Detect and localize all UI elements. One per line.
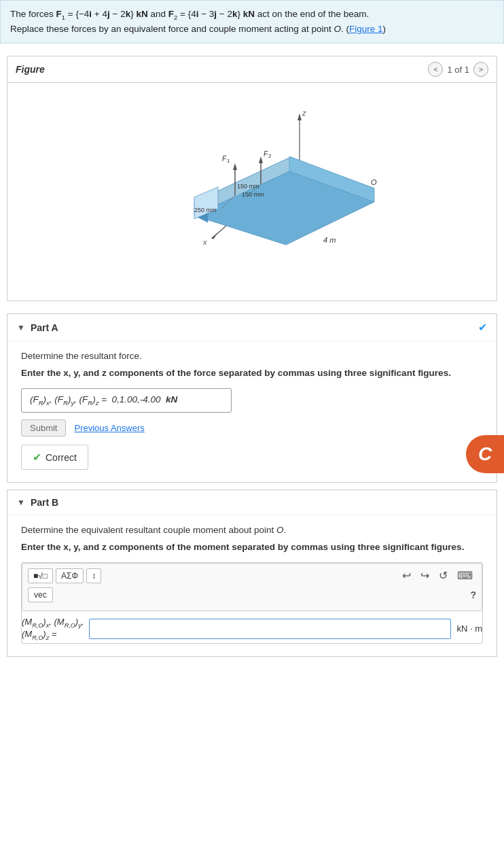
svg-marker-7 (211, 233, 218, 239)
part-a-submit-button[interactable]: Submit (21, 419, 66, 436)
part-a-prev-answers-link[interactable]: Previous Answers (74, 423, 144, 433)
symbols-button[interactable]: ΑΣΦ (56, 568, 84, 583)
svg-text:150 mm: 150 mm (242, 191, 264, 198)
chegg-logo-text: C (478, 443, 492, 465)
svg-text:z: z (302, 109, 306, 117)
figure-section: Figure < 1 of 1 > z y x (7, 56, 497, 301)
problem-text-line1: The forces F1 = {−4i + 4j − 2k} kN and F… (10, 9, 369, 19)
svg-text:2: 2 (268, 153, 272, 159)
figure-navigation: < 1 of 1 > (428, 62, 488, 77)
part-b-body: Determine the equivalent resultant coupl… (7, 515, 497, 656)
part-a-collapse-icon: ▼ (17, 323, 25, 332)
part-a-header[interactable]: ▼ Part A ✔ (7, 314, 497, 341)
redo-button[interactable]: ↪ (417, 568, 433, 583)
svg-text:O: O (371, 178, 377, 186)
figure1-link[interactable]: Figure 1 (349, 24, 383, 34)
svg-text:x: x (202, 238, 207, 246)
toolbar-row-1: ■√□ ΑΣΦ ↕ ↩ ↪ ↺ ⌨ (28, 568, 476, 583)
svg-text:1: 1 (227, 158, 230, 164)
part-a-header-left: ▼ Part A (17, 322, 58, 333)
part-a-answer-value: (FR)x, (FR)y, (FR)z = 0,1.00,-4.00 kN (30, 394, 177, 407)
vec-button[interactable]: vec (28, 587, 53, 602)
keyboard-button[interactable]: ⌨ (454, 568, 476, 583)
svg-marker-21 (259, 156, 263, 163)
beam-diagram: z y x 4 m O (89, 97, 415, 287)
figure-next-button[interactable]: > (473, 62, 488, 77)
part-b-input-row: (MR,O)x, (MR,O)y, (MR,O)z = kN · m (22, 611, 482, 643)
chegg-watermark: C (466, 435, 504, 473)
svg-text:150 mm: 150 mm (237, 183, 259, 190)
correct-label: Correct (46, 452, 77, 463)
part-a-instruction: Enter the x, y, and z components of the … (21, 366, 483, 380)
math-editor: ■√□ ΑΣΦ ↕ ↩ ↪ ↺ ⌨ vec ? (MR,O)x, (MR,O (21, 562, 483, 644)
part-b-input-label: (MR,O)x, (MR,O)y, (MR,O)z = (22, 617, 84, 640)
svg-text:F: F (264, 150, 268, 158)
svg-marker-17 (233, 163, 237, 170)
svg-text:4 m: 4 m (323, 236, 336, 244)
part-b-section: ▼ Part B Determine the equivalent result… (7, 490, 497, 657)
figure-page-indicator: 1 of 1 (447, 65, 469, 75)
part-b-instruction: Enter the x, y, and z components of the … (21, 540, 483, 554)
part-b-moment-input[interactable] (89, 619, 451, 639)
problem-statement: The forces F1 = {−4i + 4j − 2k} kN and F… (0, 0, 504, 44)
part-a-submit-row: Submit Previous Answers (21, 419, 483, 436)
part-a-body: Determine the resultant force. Enter the… (7, 341, 497, 482)
part-a-description: Determine the resultant force. (21, 351, 483, 361)
figure-header: Figure < 1 of 1 > (7, 56, 497, 83)
math-toolbar: ■√□ ΑΣΦ ↕ ↩ ↪ ↺ ⌨ vec ? (22, 563, 482, 611)
svg-marker-1 (298, 114, 302, 120)
problem-text-line2: Replace these forces by an equivalent fo… (10, 24, 386, 34)
part-b-description: Determine the equivalent resultant coupl… (21, 525, 483, 535)
figure-image-area: z y x 4 m O (7, 83, 497, 301)
part-a-check-icon: ✔ (478, 321, 487, 334)
svg-text:F: F (222, 155, 227, 162)
part-b-label: Part B (31, 497, 58, 508)
part-b-header-left: ▼ Part B (17, 497, 58, 508)
figure-prev-button[interactable]: < (428, 62, 443, 77)
part-b-header[interactable]: ▼ Part B (7, 490, 497, 515)
undo-button[interactable]: ↩ (399, 568, 414, 583)
arrows-button[interactable]: ↕ (86, 568, 101, 583)
toolbar-row-2: vec ? (28, 587, 476, 602)
help-icon[interactable]: ? (470, 589, 476, 600)
part-a-section: ▼ Part A ✔ Determine the resultant force… (7, 313, 497, 483)
part-a-correct-badge: ✔ Correct (21, 445, 88, 470)
refresh-button[interactable]: ↺ (435, 568, 451, 583)
part-a-label: Part A (31, 322, 58, 333)
part-b-unit-label: kN · m (456, 623, 482, 634)
correct-check-icon: ✔ (33, 451, 41, 464)
svg-text:250 mm: 250 mm (194, 207, 217, 213)
part-b-collapse-icon: ▼ (17, 498, 25, 507)
sqrt-button[interactable]: ■√□ (28, 568, 53, 583)
figure-title: Figure (16, 64, 45, 75)
part-a-answer-box: (FR)x, (FR)y, (FR)z = 0,1.00,-4.00 kN (21, 388, 232, 413)
